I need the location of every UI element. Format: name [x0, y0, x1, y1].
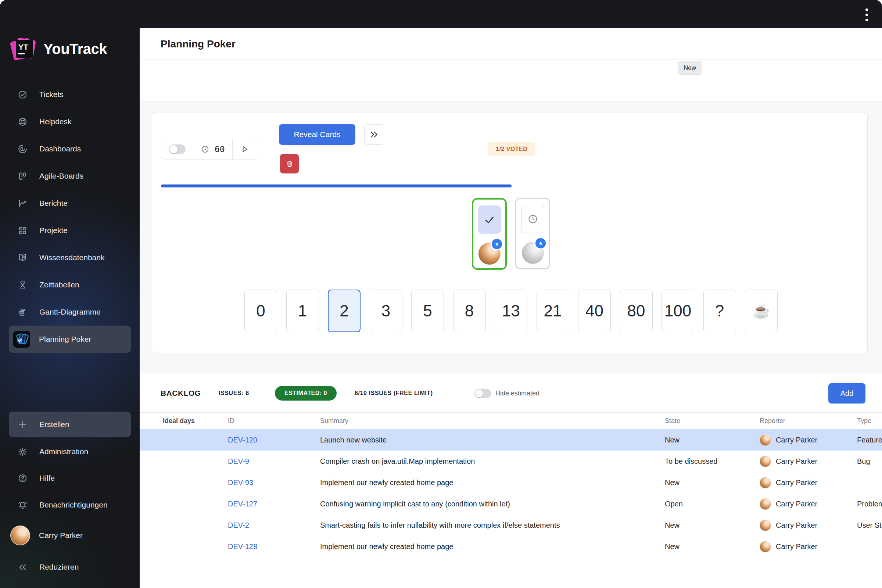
play-icon — [240, 144, 249, 154]
sidebar-item-benachrichtigungen[interactable]: Benachrichtigungen — [0, 491, 140, 519]
poker-deck: 01235813214080100?☕ — [152, 290, 868, 332]
app-window: YT YouTrack Tickets Helpdesk Dashboards — [0, 0, 882, 588]
column-header-reporter[interactable]: Reporter — [760, 413, 785, 429]
reporter-avatar — [760, 520, 771, 531]
sidebar-item-gantt-diagramme[interactable]: Gantt-Diagramme — [0, 298, 140, 326]
planning-poker-app-icon — [13, 331, 30, 348]
issue-summary: Smart-casting fails to infer nullability… — [320, 514, 560, 536]
board-columns-icon — [18, 171, 28, 181]
sidebar-item-agile-boards[interactable]: Agile-Boards — [0, 162, 140, 190]
poker-card-21[interactable]: 21 — [537, 290, 569, 332]
sidebar-item-berichte[interactable]: Berichte — [0, 190, 140, 217]
poker-card-value: 40 — [585, 302, 603, 320]
table-row[interactable]: DEV-2Smart-casting fails to infer nullab… — [140, 514, 882, 536]
issue-state: New — [665, 536, 680, 557]
table-row[interactable]: DEV-120Launch new websiteNewCarry Parker… — [140, 429, 882, 450]
chart-line-icon — [18, 198, 28, 208]
poker-card-value: 13 — [502, 302, 520, 320]
main-content: Planning Poker New 60 Reveal Card — [140, 28, 882, 588]
sidebar-item-zeittabellen[interactable]: Zeittabellen — [0, 271, 140, 298]
issue-reporter: Carry Parker — [760, 493, 818, 514]
hide-estimated-toggle[interactable] — [474, 389, 491, 398]
poker-card-8[interactable]: 8 — [453, 290, 486, 332]
poker-card-☕[interactable]: ☕ — [745, 290, 778, 332]
issue-id-link[interactable]: DEV-127 — [228, 493, 257, 514]
kebab-menu-icon[interactable] — [862, 7, 871, 23]
issue-id-link[interactable]: DEV-2 — [228, 514, 249, 536]
add-issue-button[interactable]: Add — [828, 383, 866, 404]
poker-card-value: 80 — [627, 302, 645, 320]
issue-id-link[interactable]: DEV-120 — [228, 429, 257, 450]
question-circle-icon — [18, 473, 28, 483]
backlog-rows: DEV-120Launch new websiteNewCarry Parker… — [140, 429, 882, 557]
issue-summary: Confusing warning implicit cast to any (… — [320, 493, 510, 514]
poker-card-80[interactable]: 80 — [620, 290, 652, 332]
sidebar-item-label: Zeittabellen — [39, 280, 80, 289]
page-title: Planning Poker — [160, 28, 236, 60]
sidebar-item-dashboards[interactable]: Dashboards — [0, 135, 140, 162]
sidebar-user-profile[interactable]: Carry Parker — [0, 522, 140, 549]
new-badge: New — [678, 61, 702, 75]
collapse-label: Reduzieren — [39, 562, 79, 572]
poker-card-?[interactable]: ? — [704, 290, 736, 332]
create-button[interactable]: Erstellen — [9, 412, 131, 437]
reporter-avatar — [760, 456, 771, 467]
moderator-star-icon: ★ — [490, 238, 503, 250]
table-row[interactable]: DEV-127Confusing warning implicit cast t… — [140, 493, 882, 514]
reporter-avatar — [760, 498, 771, 510]
issue-state: New — [665, 472, 680, 493]
poker-card-0[interactable]: 0 — [244, 290, 277, 332]
sidebar-item-label: Helpdesk — [39, 117, 72, 126]
poker-card-13[interactable]: 13 — [495, 290, 527, 332]
column-header-summary[interactable]: Summary — [320, 413, 348, 429]
table-row[interactable]: DEV-128Implement our newly created home … — [140, 536, 882, 557]
timer-toggle[interactable] — [169, 144, 186, 154]
issue-id-link[interactable]: DEV-9 — [228, 450, 249, 472]
sidebar-item-wissensdatenbank[interactable]: Wissensdatenbank — [0, 244, 140, 271]
poker-card-40[interactable]: 40 — [578, 290, 611, 332]
issue-type: Bug — [857, 450, 870, 472]
vote-slot — [478, 206, 501, 234]
expand-session-button[interactable] — [364, 124, 384, 145]
chevron-double-left-icon — [18, 562, 28, 572]
poker-card-5[interactable]: 5 — [411, 290, 444, 332]
table-header: Ideal days ID Summary State Reporter Typ… — [140, 412, 882, 429]
backlog-title: BACKLOG — [160, 374, 201, 412]
backlog-toolbar: BACKLOG ISSUES: 6 ESTIMATED: 0 6/10 ISSU… — [140, 374, 882, 412]
poker-card-value: 3 — [381, 302, 390, 320]
sidebar-item-label: Administration — [39, 447, 88, 456]
column-header-id[interactable]: ID — [228, 413, 234, 429]
sidebar-item-label: Agile-Boards — [39, 172, 83, 180]
poker-card-3[interactable]: 3 — [370, 290, 402, 332]
sidebar-item-hilfe[interactable]: Hilfe — [0, 465, 140, 492]
reporter-avatar — [760, 477, 771, 488]
sidebar-item-label: Berichte — [39, 199, 68, 208]
chevron-double-right-icon — [369, 130, 379, 139]
table-row[interactable]: DEV-9Compiler crash on java.util.Map imp… — [140, 450, 882, 472]
issue-id-link[interactable]: DEV-93 — [228, 472, 253, 493]
column-header-type[interactable]: Type — [857, 413, 872, 429]
sidebar-item-planning-poker[interactable]: Planning Poker — [9, 326, 131, 353]
delete-session-button[interactable] — [280, 154, 299, 174]
column-header-ideal-days[interactable]: Ideal days — [163, 413, 195, 429]
sidebar-collapse-button[interactable]: Reduzieren — [0, 554, 140, 580]
sidebar-item-projekte[interactable]: Projekte — [0, 217, 140, 244]
participant-card-voted: ★ — [472, 198, 507, 270]
table-row[interactable]: DEV-93Implement our newly created home p… — [140, 472, 882, 493]
poker-card-2[interactable]: 2 — [328, 290, 360, 332]
timer-value-segment[interactable]: 60 — [193, 139, 232, 159]
sidebar-item-administration[interactable]: Administration — [0, 438, 140, 465]
vote-slot — [522, 205, 544, 233]
reveal-cards-button[interactable]: Reveal Cards — [279, 124, 356, 145]
sidebar-item-label: Wissensdatenbank — [39, 253, 104, 262]
poker-card-1[interactable]: 1 — [286, 290, 319, 332]
poker-card-100[interactable]: 100 — [662, 290, 694, 332]
sidebar-item-tickets[interactable]: Tickets — [0, 81, 140, 108]
check-icon — [483, 213, 496, 226]
column-header-state[interactable]: State — [665, 413, 680, 429]
timer-start-button[interactable] — [232, 139, 257, 159]
issue-id-link[interactable]: DEV-128 — [228, 536, 257, 557]
issue-reporter: Carry Parker — [760, 450, 818, 472]
youtrack-logo: YT YouTrack — [8, 34, 107, 64]
sidebar-item-helpdesk[interactable]: Helpdesk — [0, 108, 140, 135]
